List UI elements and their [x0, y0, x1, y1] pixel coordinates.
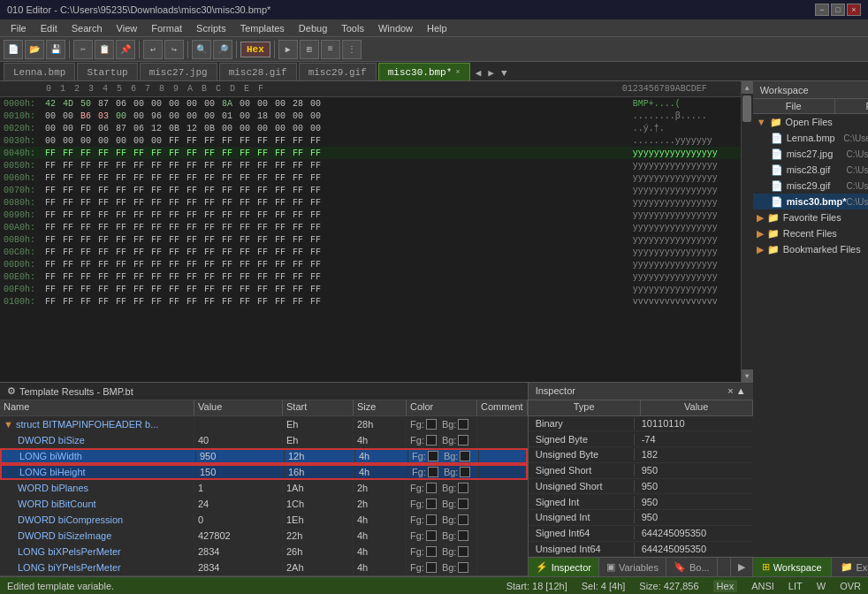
ws-item-recent[interactable]: ▶ 📁 Recent Files	[753, 225, 868, 241]
template-hscroll[interactable]: ◀ ▶	[0, 575, 528, 576]
redo-button[interactable]: ↪	[164, 40, 184, 59]
inspector-tab-bookmarks[interactable]: 🔖 Bo...	[666, 558, 718, 576]
new-button[interactable]: 📄	[4, 40, 23, 59]
menu-item-scripts[interactable]: Scripts	[189, 21, 233, 35]
tab-misc29[interactable]: misc29.gif	[299, 63, 377, 80]
bookmarks-tab-label: Bo...	[689, 562, 710, 573]
paste-button[interactable]: 📌	[116, 40, 135, 59]
ws-item-misc30[interactable]: 📄 misc30.bmp* C:\User...misc30\	[753, 194, 868, 209]
hex-row-0050[interactable]: 0050h:FFFFFFFFFFFFFFFFFFFFFFFFFFFFFFFFyy…	[0, 159, 741, 171]
ws-item-favorites[interactable]: ▶ 📁 Favorite Files	[753, 209, 868, 225]
hex-row-0020[interactable]: 0020h:0000FD068706120B120B000000000000..…	[0, 122, 741, 134]
hex-label: Hex	[240, 42, 270, 57]
menu-item-window[interactable]: Window	[371, 21, 420, 35]
toolbar-separator-3	[187, 41, 188, 58]
ws-item-misc27[interactable]: 📄 misc27.jpg C:\User...misc27\	[753, 146, 868, 162]
ws-recent-label: Recent Files	[783, 228, 837, 239]
status-message: Edited template variable.	[7, 581, 114, 591]
close-button[interactable]: ×	[847, 4, 861, 16]
tool4[interactable]: ⋮	[342, 40, 362, 59]
menu-item-edit[interactable]: Edit	[34, 21, 65, 35]
hex-row-00E0[interactable]: 00E0h:FFFFFFFFFFFFFFFFFFFFFFFFFFFFFFFFyy…	[0, 270, 741, 283]
tab-misc29-label: misc29.gif	[308, 67, 367, 78]
inspector-row-signedbyte: Signed Byte -74	[529, 431, 753, 447]
copy-button[interactable]: 📋	[95, 40, 114, 59]
template-row-biheight[interactable]: LONG biHeight 150 16h 4h Fg:Bg:	[0, 464, 528, 480]
template-row-bisizeimage[interactable]: DWORD biSizeImage 427802 22h 4h Fg:Bg:	[0, 528, 528, 544]
tab-startup[interactable]: Startup	[77, 63, 137, 80]
inspector-close[interactable]: × ▲	[727, 385, 745, 396]
open-button[interactable]: 📂	[25, 40, 44, 59]
tab-nav-forward[interactable]: ▶	[484, 65, 498, 80]
template-row-biypels[interactable]: LONG biYPelsPerMeter 2834 2Ah 4h Fg:Bg:	[0, 560, 528, 575]
hex-row-0040[interactable]: 0040h:FFFFFFFFFFFFFFFFFFFFFFFFFFFFFFFFyy…	[0, 147, 741, 159]
tab-misc30-close[interactable]: ×	[455, 68, 460, 77]
menu-item-format[interactable]: Format	[144, 21, 189, 35]
tab-misc28[interactable]: misc28.gif	[219, 63, 297, 80]
template-row-bixpels[interactable]: LONG biXPelsPerMeter 2834 26h 4h Fg:Bg:	[0, 544, 528, 560]
title-text: 010 Editor - C:\Users\95235\Downloads\mi…	[7, 4, 815, 15]
save-button[interactable]: 💾	[46, 40, 65, 59]
menu-item-debug[interactable]: Debug	[292, 21, 334, 35]
hex-row-0100[interactable]: 0100h:FFFFFFFFFFFFFFFFFFFFFFFFFFFFFFFFvv…	[0, 295, 741, 308]
menu-item-view[interactable]: View	[110, 21, 145, 35]
scroll-thumb[interactable]	[742, 95, 751, 122]
hex-row-0080[interactable]: 0080h:FFFFFFFFFFFFFFFFFFFFFFFFFFFFFFFFyy…	[0, 196, 741, 209]
inspector-tab-inspector[interactable]: ⚡ Inspector	[529, 558, 599, 576]
tool2[interactable]: ⊞	[300, 40, 319, 59]
inspector-tab-variables[interactable]: ▣ Variables	[599, 558, 666, 576]
menu-item-search[interactable]: Search	[65, 21, 110, 35]
ws-item-lenna[interactable]: 📄 Lenna.bmp C:\Users...ictures\	[753, 130, 868, 146]
toolbar-separator-5	[274, 41, 275, 58]
hex-row-0000[interactable]: 0000h:424D50870600000000008A0000002800BM…	[0, 97, 741, 110]
find-all-button[interactable]: 🔎	[213, 40, 232, 59]
ws-item-openfiles[interactable]: ▼ 📁 Open Files	[753, 114, 868, 130]
maximize-button[interactable]: □	[831, 4, 845, 16]
hex-row-00B0[interactable]: 00B0h:FFFFFFFFFFFFFFFFFFFFFFFFFFFFFFFFyy…	[0, 233, 741, 246]
template-row-biplanes[interactable]: WORD biPlanes 1 1Ah 2h Fg:Bg:	[0, 480, 528, 496]
inspector-tab-nav[interactable]: ▶	[730, 558, 753, 576]
hex-row-0010[interactable]: 0010h:0000B603000096000000010018000000..…	[0, 110, 741, 122]
menu-item-file[interactable]: File	[4, 21, 34, 35]
template-row-biwidth[interactable]: LONG biWidth 950 12h 4h Fg:Bg:	[0, 448, 528, 464]
menu-item-templates[interactable]: Templates	[233, 21, 292, 35]
ws-item-misc29[interactable]: 📄 misc29.gif C:\User...misc29\	[753, 178, 868, 194]
menu-item-tools[interactable]: Tools	[334, 21, 371, 35]
tab-lenna[interactable]: Lenna.bmp	[4, 63, 75, 80]
hex-row-00A0[interactable]: 00A0h:FFFFFFFFFFFFFFFFFFFFFFFFFFFFFFFFyy…	[0, 221, 741, 233]
hex-row-00F0[interactable]: 00F0h:FFFFFFFFFFFFFFFFFFFFFFFFFFFFFFFFyy…	[0, 283, 741, 295]
ws-item-misc28[interactable]: 📄 misc28.gif C:\User...misc28\	[753, 162, 868, 178]
template-row-bicompression[interactable]: DWORD biCompression 0 1Eh 4h Fg:Bg:	[0, 512, 528, 528]
ws-openfiles-label: Open Files	[786, 117, 833, 127]
hex-row-00C0[interactable]: 00C0h:FFFFFFFFFFFFFFFFFFFFFFFFFFFFFFFFyy…	[0, 246, 741, 258]
minimize-button[interactable]: −	[815, 4, 829, 16]
recent-folder-icon: 📁	[767, 228, 780, 240]
tab-misc30[interactable]: misc30.bmp*×	[378, 63, 470, 80]
explorer-tab-label: Explorer	[857, 562, 868, 573]
hex-row-0090[interactable]: 0090h:FFFFFFFFFFFFFFFFFFFFFFFFFFFFFFFFyy…	[0, 209, 741, 221]
tabbar: Lenna.bmp Startup misc27.jpg misc28.gif …	[0, 62, 868, 81]
tab-dropdown[interactable]: ▼	[498, 66, 511, 80]
hex-vscroll[interactable]: ▲ ▼	[741, 81, 753, 382]
hex-row-0030[interactable]: 0030h:00000000000000FFFFFFFFFFFFFFFFFF..…	[0, 134, 741, 147]
scroll-down[interactable]: ▼	[742, 369, 753, 382]
tab-misc27[interactable]: misc27.jpg	[140, 63, 217, 80]
ws-tab-explorer[interactable]: 📁 Explorer	[832, 558, 868, 576]
template-row-bibitcount[interactable]: WORD biBitCount 24 1Ch 2h Fg:Bg:	[0, 496, 528, 512]
hex-row-0070[interactable]: 0070h:FFFFFFFFFFFFFFFFFFFFFFFFFFFFFFFFyy…	[0, 184, 741, 196]
menu-item-help[interactable]: Help	[420, 21, 454, 35]
cut-button[interactable]: ✂	[73, 40, 93, 59]
tool3[interactable]: ≡	[321, 40, 340, 59]
template-row-struct[interactable]: ▼ struct BITMAPINFOHEADER b... Eh 28h Fg…	[0, 416, 528, 432]
scroll-up[interactable]: ▲	[742, 81, 753, 94]
find-button[interactable]: 🔍	[192, 40, 211, 59]
tab-nav-back[interactable]: ◀	[472, 65, 485, 80]
tool1[interactable]: ▶	[278, 40, 298, 59]
ws-tab-workspace[interactable]: ⊞ Workspace	[753, 558, 832, 576]
hex-row-0060[interactable]: 0060h:FFFFFFFFFFFFFFFFFFFFFFFFFFFFFFFFyy…	[0, 171, 741, 184]
favorites-expand-icon: ▶	[757, 212, 764, 224]
ws-item-bookmarked[interactable]: ▶ 📁 Bookmarked Files	[753, 241, 868, 257]
template-row-bisize[interactable]: DWORD biSize 40 Eh 4h Fg:Bg:	[0, 432, 528, 448]
hex-row-00D0[interactable]: 00D0h:FFFFFFFFFFFFFFFFFFFFFFFFFFFFFFFFyy…	[0, 258, 741, 270]
undo-button[interactable]: ↩	[143, 40, 163, 59]
